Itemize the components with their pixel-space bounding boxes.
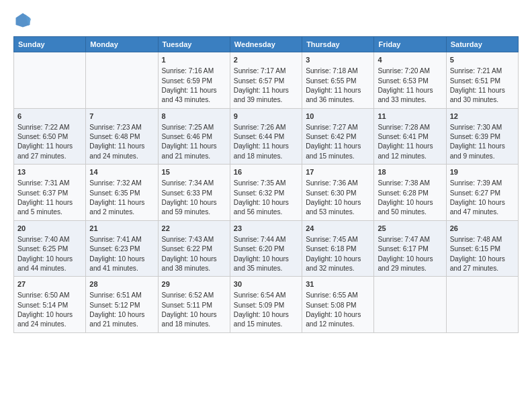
cell-content-line: Sunrise: 7:23 AM [89, 123, 154, 132]
calendar-cell: 13Sunrise: 7:31 AMSunset: 6:37 PMDayligh… [14, 165, 86, 221]
day-number: 4 [378, 55, 442, 65]
calendar-cell: 3Sunrise: 7:18 AMSunset: 6:55 PMDaylight… [302, 52, 374, 109]
cell-content-line: Daylight: 11 hours and 33 minutes. [378, 86, 442, 105]
day-number: 22 [162, 224, 226, 234]
day-number: 6 [17, 111, 82, 122]
day-number: 18 [378, 167, 442, 177]
day-number: 5 [450, 55, 515, 65]
calendar-cell: 17Sunrise: 7:36 AMSunset: 6:30 PMDayligh… [302, 165, 374, 221]
cell-content-line: Daylight: 11 hours and 5 minutes. [17, 198, 82, 218]
calendar-cell: 11Sunrise: 7:28 AMSunset: 6:41 PMDayligh… [374, 108, 446, 165]
cell-content-line: Sunset: 6:51 PM [450, 77, 515, 86]
calendar-cell: 28Sunrise: 6:51 AMSunset: 5:12 PMDayligh… [86, 277, 158, 333]
calendar-cell: 15Sunrise: 7:34 AMSunset: 6:33 PMDayligh… [158, 165, 230, 221]
cell-content-line: Daylight: 11 hours and 18 minutes. [234, 142, 298, 161]
cell-content-line: Daylight: 10 hours and 59 minutes. [162, 198, 226, 218]
weekday-header-sunday: Sunday [14, 37, 86, 52]
cell-content-line: Daylight: 11 hours and 2 minutes. [89, 198, 154, 218]
cell-content-line: Sunrise: 6:54 AM [234, 291, 298, 300]
cell-content-line: Sunrise: 7:40 AM [17, 235, 82, 244]
calendar-cell: 12Sunrise: 7:30 AMSunset: 6:39 PMDayligh… [446, 108, 518, 165]
cell-content-line: Sunrise: 7:34 AM [162, 179, 226, 188]
day-number: 3 [306, 55, 370, 65]
cell-content-line: Sunrise: 7:44 AM [234, 235, 298, 244]
day-number: 25 [378, 224, 442, 234]
day-number: 27 [17, 279, 82, 289]
cell-content-line: Sunrise: 7:47 AM [378, 235, 442, 244]
calendar-cell: 6Sunrise: 7:22 AMSunset: 6:50 PMDaylight… [14, 108, 86, 165]
calendar-cell [14, 52, 86, 109]
week-row-1: 1Sunrise: 7:16 AMSunset: 6:59 PMDaylight… [14, 52, 519, 109]
cell-content-line: Sunset: 6:20 PM [234, 244, 298, 254]
day-number: 28 [89, 279, 154, 289]
day-number: 14 [89, 167, 154, 177]
weekday-header-wednesday: Wednesday [230, 37, 302, 52]
weekday-header-friday: Friday [374, 37, 446, 52]
cell-content-line: Sunrise: 7:31 AM [17, 179, 82, 188]
calendar-cell: 4Sunrise: 7:20 AMSunset: 6:53 PMDaylight… [374, 52, 446, 109]
cell-content-line: Daylight: 10 hours and 29 minutes. [378, 255, 442, 274]
day-number: 9 [234, 111, 298, 122]
cell-content-line: Daylight: 10 hours and 38 minutes. [162, 255, 226, 274]
calendar-cell: 9Sunrise: 7:26 AMSunset: 6:44 PMDaylight… [230, 108, 302, 165]
cell-content-line: Sunset: 5:14 PM [17, 301, 82, 310]
cell-content-line: Sunset: 6:53 PM [378, 77, 442, 86]
cell-content-line: Sunset: 6:32 PM [234, 189, 298, 198]
cell-content-line: Daylight: 10 hours and 53 minutes. [306, 198, 370, 218]
day-number: 7 [89, 111, 154, 122]
logo-icon [13, 11, 32, 30]
cell-content-line: Daylight: 11 hours and 36 minutes. [306, 86, 370, 105]
calendar-cell: 18Sunrise: 7:38 AMSunset: 6:28 PMDayligh… [374, 165, 446, 221]
cell-content-line: Daylight: 10 hours and 32 minutes. [306, 255, 370, 274]
cell-content-line: Sunset: 5:09 PM [234, 301, 298, 310]
day-number: 8 [162, 111, 226, 122]
calendar-cell: 21Sunrise: 7:41 AMSunset: 6:23 PMDayligh… [86, 220, 158, 277]
cell-content-line: Sunset: 6:23 PM [89, 244, 154, 254]
calendar-cell [374, 277, 446, 333]
cell-content-line: Sunrise: 6:55 AM [306, 291, 370, 300]
cell-content-line: Sunrise: 7:17 AM [234, 66, 298, 76]
day-number: 31 [306, 279, 370, 289]
cell-content-line: Sunrise: 7:26 AM [234, 123, 298, 132]
week-row-2: 6Sunrise: 7:22 AMSunset: 6:50 PMDaylight… [14, 108, 519, 165]
cell-content-line: Sunrise: 6:52 AM [162, 291, 226, 300]
cell-content-line: Sunrise: 7:30 AM [450, 123, 515, 132]
week-row-3: 13Sunrise: 7:31 AMSunset: 6:37 PMDayligh… [14, 165, 519, 221]
cell-content-line: Sunrise: 7:41 AM [89, 235, 154, 244]
day-number: 20 [17, 224, 82, 234]
day-number: 13 [17, 167, 82, 177]
calendar-cell: 24Sunrise: 7:45 AMSunset: 6:18 PMDayligh… [302, 220, 374, 277]
calendar-cell: 1Sunrise: 7:16 AMSunset: 6:59 PMDaylight… [158, 52, 230, 109]
weekday-header-row: SundayMondayTuesdayWednesdayThursdayFrid… [14, 37, 519, 52]
calendar-cell: 26Sunrise: 7:48 AMSunset: 6:15 PMDayligh… [446, 220, 518, 277]
weekday-header-monday: Monday [86, 37, 158, 52]
cell-content-line: Daylight: 10 hours and 15 minutes. [234, 310, 298, 330]
cell-content-line: Sunset: 6:33 PM [162, 189, 226, 198]
calendar-cell: 27Sunrise: 6:50 AMSunset: 5:14 PMDayligh… [14, 277, 86, 333]
calendar-cell: 19Sunrise: 7:39 AMSunset: 6:27 PMDayligh… [446, 165, 518, 221]
cell-content-line: Sunrise: 7:43 AM [162, 235, 226, 244]
day-number: 11 [378, 111, 442, 122]
cell-content-line: Daylight: 11 hours and 12 minutes. [378, 142, 442, 161]
cell-content-line: Sunrise: 7:27 AM [306, 123, 370, 132]
calendar-cell: 25Sunrise: 7:47 AMSunset: 6:17 PMDayligh… [374, 220, 446, 277]
weekday-header-saturday: Saturday [446, 37, 518, 52]
cell-content-line: Sunrise: 6:50 AM [17, 291, 82, 300]
cell-content-line: Sunset: 6:28 PM [378, 189, 442, 198]
calendar-cell: 14Sunrise: 7:32 AMSunset: 6:35 PMDayligh… [86, 165, 158, 221]
cell-content-line: Daylight: 10 hours and 41 minutes. [89, 255, 154, 274]
cell-content-line: Sunset: 6:55 PM [306, 77, 370, 86]
cell-content-line: Sunset: 6:57 PM [234, 77, 298, 86]
cell-content-line: Sunset: 6:50 PM [17, 132, 82, 142]
cell-content-line: Sunset: 6:30 PM [306, 189, 370, 198]
cell-content-line: Sunrise: 7:22 AM [17, 123, 82, 132]
cell-content-line: Sunrise: 7:39 AM [450, 179, 515, 188]
cell-content-line: Daylight: 10 hours and 47 minutes. [450, 198, 515, 218]
calendar-cell: 2Sunrise: 7:17 AMSunset: 6:57 PMDaylight… [230, 52, 302, 109]
cell-content-line: Sunset: 6:37 PM [17, 189, 82, 198]
week-row-5: 27Sunrise: 6:50 AMSunset: 5:14 PMDayligh… [14, 277, 519, 333]
day-number: 21 [89, 224, 154, 234]
cell-content-line: Daylight: 10 hours and 24 minutes. [17, 310, 82, 330]
cell-content-line: Daylight: 11 hours and 24 minutes. [89, 142, 154, 161]
weekday-header-thursday: Thursday [302, 37, 374, 52]
